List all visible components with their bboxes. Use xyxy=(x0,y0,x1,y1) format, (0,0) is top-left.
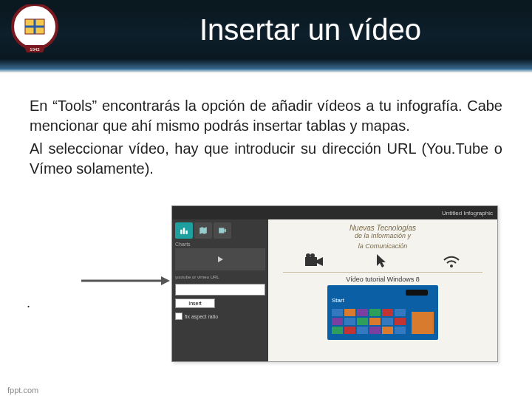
start-tiles xyxy=(332,309,406,334)
canvas-heading-2: de la Información y xyxy=(273,232,493,239)
svg-rect-13 xyxy=(305,257,317,266)
body-text: En “Tools” encontrarás la opción de añad… xyxy=(30,96,502,182)
kinect-icon xyxy=(406,290,428,296)
start-label: Start xyxy=(332,297,344,304)
screenshot-titlebar: Untitled Infographic xyxy=(172,206,497,219)
svg-point-16 xyxy=(310,253,315,258)
insert-button[interactable]: Insert xyxy=(175,299,215,308)
wifi-icon xyxy=(441,253,462,269)
paragraph-2: Al seleccionar vídeo, hay que introducir… xyxy=(30,139,502,179)
university-logo: 1942 xyxy=(10,4,59,58)
aspect-ratio-checkbox[interactable]: fix aspect ratio xyxy=(175,313,265,320)
header-bar: 1942 Insertar un vídeo xyxy=(0,0,532,69)
icon-row xyxy=(280,253,485,269)
titlebar-right: Untitled Infographic xyxy=(442,210,493,216)
svg-rect-8 xyxy=(183,228,185,233)
cursor-icon xyxy=(372,253,393,269)
video-preview[interactable] xyxy=(175,248,265,270)
video-tab-icon[interactable] xyxy=(214,222,231,239)
divider xyxy=(283,272,482,273)
svg-point-15 xyxy=(306,253,310,258)
embedded-screenshot: Untitled Infographic Charts xyxy=(171,205,498,362)
screenshot-body: Charts youtube or vimeo URL Insert fix a… xyxy=(172,219,497,361)
svg-marker-14 xyxy=(317,257,323,266)
tool-tabs xyxy=(172,219,268,242)
video-tutorial-label: Vídeo tutorial Windows 8 xyxy=(273,276,493,283)
svg-marker-12 xyxy=(218,256,223,262)
svg-rect-9 xyxy=(185,231,187,234)
canvas-heading-1: Nuevas Tecnologías xyxy=(273,224,493,232)
tab-label: Charts xyxy=(172,242,268,247)
svg-text:1942: 1942 xyxy=(30,47,40,52)
svg-rect-10 xyxy=(219,228,224,233)
checkbox-icon xyxy=(175,313,183,320)
infographic-canvas: Nuevas Tecnologías de la Información y l… xyxy=(268,219,497,361)
paragraph-1: En “Tools” encontrarás la opción de añad… xyxy=(30,96,502,136)
svg-point-18 xyxy=(450,265,453,267)
svg-marker-11 xyxy=(224,229,225,233)
arrow-icon xyxy=(81,273,170,288)
camera-icon xyxy=(304,253,324,269)
url-input[interactable] xyxy=(175,284,265,296)
url-label: youtube or vimeo URL xyxy=(172,275,268,279)
tools-panel: Charts youtube or vimeo URL Insert fix a… xyxy=(172,219,268,361)
slide-title: Insertar un vídeo xyxy=(118,13,502,47)
footer-credit: fppt.com xyxy=(7,386,38,395)
windows-start-screen: Start xyxy=(327,285,438,340)
svg-rect-7 xyxy=(180,230,182,234)
chart-tab-icon[interactable] xyxy=(175,222,193,239)
map-tab-icon[interactable] xyxy=(194,222,212,239)
svg-marker-6 xyxy=(161,276,170,285)
stray-dot: . xyxy=(27,296,30,311)
side-tile xyxy=(412,312,434,334)
canvas-heading-3: la Comunicación xyxy=(273,242,493,250)
slide: 1942 Insertar un vídeo En “Tools” encont… xyxy=(0,0,532,399)
svg-marker-17 xyxy=(377,254,386,267)
